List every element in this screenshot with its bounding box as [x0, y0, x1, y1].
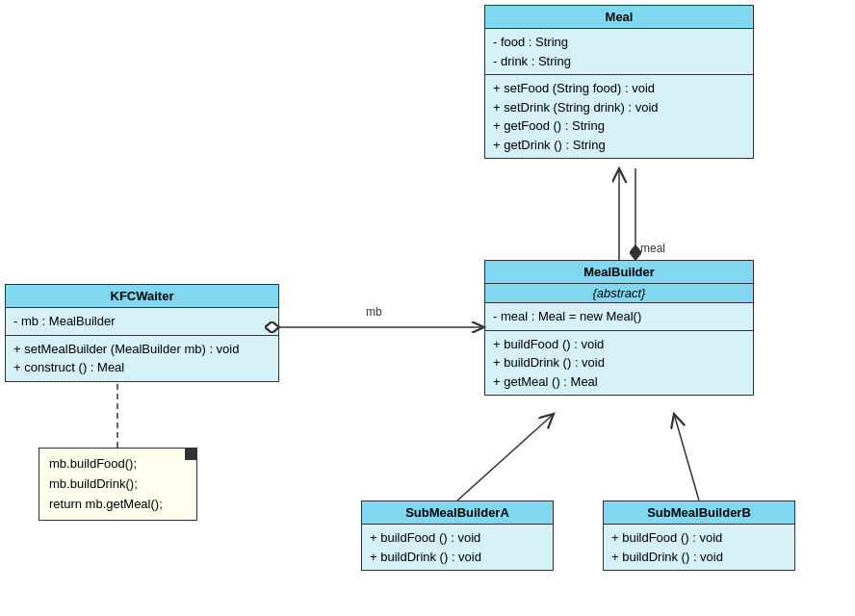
submealbuilderb-method-buildfood: + buildFood () : void: [611, 528, 787, 548]
submealbuilderb-title: SubMealBuilderB: [647, 505, 751, 520]
mealbuilder-attr-meal: - meal : Meal = new Meal(): [493, 307, 745, 326]
meal-label: meal: [640, 242, 665, 255]
submealbuildera-mealbuilder-arrow: [457, 414, 554, 500]
meal-method-setdrink: + setDrink (String drink) : void: [493, 98, 745, 117]
kfcwaiter-attr-mb: - mb : MealBuilder: [13, 312, 271, 331]
meal-attr-food: - food : String: [493, 33, 745, 52]
mealbuilder-class-title: MealBuilder: [583, 265, 655, 279]
note-line-1: mb.buildFood();: [49, 454, 187, 475]
meal-method-setfood: + setFood (String food) : void: [493, 79, 745, 98]
kfcwaiter-methods: + setMealBuilder (MealBuilder mb) : void…: [6, 336, 278, 381]
submealbuildera-methods: + buildFood () : void + buildDrink () : …: [362, 525, 553, 570]
submealbuilderb-method-builddrink: + buildDrink () : void: [611, 548, 787, 567]
meal-attributes: - food : String - drink : String: [485, 29, 753, 75]
submealbuildera-method-builddrink: + buildDrink () : void: [370, 548, 545, 567]
note-box: mb.buildFood(); mb.buildDrink(); return …: [39, 448, 197, 521]
meal-method-getdrink: + getDrink () : String: [493, 136, 745, 155]
note-line-3: return mb.getMeal();: [49, 495, 187, 515]
submealbuilderb-class: SubMealBuilderB + buildFood () : void + …: [603, 500, 795, 571]
meal-attr-drink: - drink : String: [493, 52, 745, 71]
meal-method-getfood: + getFood () : String: [493, 116, 745, 136]
kfcwaiter-class-header: KFCWaiter: [6, 285, 278, 308]
submealbuilderb-header: SubMealBuilderB: [604, 501, 794, 525]
mealbuilder-abstract-label: {abstract}: [593, 286, 646, 300]
submealbuildera-method-buildfood: + buildFood () : void: [370, 528, 545, 548]
mealbuilder-methods: + buildFood () : void + buildDrink () : …: [485, 331, 753, 396]
kfcwaiter-attributes: - mb : MealBuilder: [6, 308, 278, 336]
mealbuilder-method-buildfood: + buildFood () : void: [493, 335, 745, 354]
kfcwaiter-method-setmealbuilder: + setMealBuilder (MealBuilder mb) : void: [13, 340, 271, 359]
mb-label: mb: [366, 305, 382, 319]
submealbuildera-class: SubMealBuilderA + buildFood () : void + …: [361, 500, 554, 571]
diagram-container: Meal - food : String - drink : String + …: [0, 0, 855, 616]
submealbuilderb-mealbuilder-arrow: [674, 414, 699, 500]
meal-class: Meal - food : String - drink : String + …: [484, 5, 754, 159]
meal-class-title: Meal: [606, 10, 634, 24]
submealbuilderb-methods: + buildFood () : void + buildDrink () : …: [604, 525, 794, 570]
kfcwaiter-method-construct: + construct () : Meal: [13, 358, 271, 377]
submealbuildera-title: SubMealBuilderA: [405, 505, 509, 520]
mealbuilder-method-getmeal: + getMeal () : Meal: [493, 372, 745, 392]
meal-class-header: Meal: [485, 6, 753, 29]
mealbuilder-method-builddrink: + buildDrink () : void: [493, 353, 745, 372]
mealbuilder-class-header: MealBuilder: [485, 261, 753, 284]
kfcwaiter-class: KFCWaiter - mb : MealBuilder + setMealBu…: [5, 284, 279, 382]
submealbuildera-header: SubMealBuilderA: [362, 501, 553, 525]
mealbuilder-attributes: - meal : Meal = new Meal(): [485, 303, 753, 331]
meal-methods: + setFood (String food) : void + setDrin…: [485, 75, 753, 158]
mealbuilder-abstract-header: {abstract}: [485, 284, 753, 303]
note-line-2: mb.buildDrink();: [49, 475, 187, 495]
kfcwaiter-class-title: KFCWaiter: [111, 289, 174, 303]
mealbuilder-class: MealBuilder {abstract} - meal : Meal = n…: [484, 260, 754, 396]
